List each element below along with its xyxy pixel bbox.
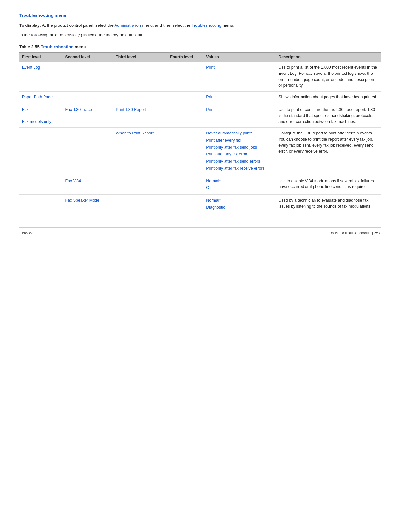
cell-description: Use to disable V.34 modulations if sever… (276, 175, 381, 195)
cell-fourth (167, 128, 204, 175)
cell-second (63, 128, 113, 175)
cell-values: Print (204, 92, 276, 104)
cell-first (19, 195, 63, 214)
cell-fourth (167, 92, 204, 104)
cell-third: When to Print Report (113, 128, 167, 175)
table-row: When to Print ReportNever automatically … (19, 128, 381, 175)
cell-third (113, 62, 167, 92)
cell-values: Print (204, 104, 276, 127)
cell-values: Print (204, 62, 276, 92)
cell-second: Fax V.34 (63, 175, 113, 195)
footer: ENWW Tools for troubleshooting 257 (19, 227, 381, 235)
cell-first (19, 128, 63, 175)
cell-second (63, 62, 113, 92)
table-header-row: First level Second level Third level Fou… (19, 52, 381, 62)
intro-colon: : At the product control panel, select t… (40, 23, 114, 28)
cell-values: Normal*Off (204, 175, 276, 195)
cell-second (63, 92, 113, 104)
intro-paragraph: To display: At the product control panel… (19, 22, 381, 29)
cell-second: Fax T.30 Trace (63, 104, 113, 127)
intro-end: menu. (221, 23, 234, 28)
table-row: FaxFax models onlyFax T.30 TracePrint T.… (19, 104, 381, 127)
cell-values: Never automatically print*Print after ev… (204, 128, 276, 175)
table-title: Table 2-55 Troubleshooting menu (19, 44, 381, 49)
cell-second: Fax Speaker Mode (63, 195, 113, 214)
footer-left: ENWW (19, 231, 33, 235)
col-header-description: Description (276, 52, 381, 62)
intro-troubleshooting-link[interactable]: Troubleshooting (192, 23, 222, 28)
cell-fourth (167, 175, 204, 195)
col-header-first: First level (19, 52, 63, 62)
section-title: Troubleshooting menu (19, 13, 381, 18)
table-row: Event LogPrintUse to print a list of the… (19, 62, 381, 92)
intro-asterisk-note: In the following table, asterisks (*) in… (19, 32, 381, 38)
cell-description: Use to print or configure the fax T.30 t… (276, 104, 381, 127)
cell-values: Normal*Diagnostic (204, 195, 276, 214)
cell-description: Shows information about pages that have … (276, 92, 381, 104)
table-row: Paper Path PagePrintShows information ab… (19, 92, 381, 104)
intro-to-display: To display (19, 23, 40, 28)
table-row: Fax Speaker ModeNormal*DiagnosticUsed by… (19, 195, 381, 214)
cell-third (113, 92, 167, 104)
table-row: Fax V.34Normal*OffUse to disable V.34 mo… (19, 175, 381, 195)
cell-third: Print T.30 Report (113, 104, 167, 127)
cell-first: Event Log (19, 62, 63, 92)
cell-description: Configure the T.30 report to print after… (276, 128, 381, 175)
col-header-third: Third level (113, 52, 167, 62)
cell-first: FaxFax models only (19, 104, 63, 127)
cell-fourth (167, 104, 204, 127)
cell-first: Paper Path Page (19, 92, 63, 104)
intro-mid: menu, and then select the (141, 23, 192, 28)
cell-third (113, 195, 167, 214)
cell-description: Use to print a list of the 1,000 most re… (276, 62, 381, 92)
col-header-second: Second level (63, 52, 113, 62)
cell-fourth (167, 62, 204, 92)
col-header-values: Values (204, 52, 276, 62)
intro-administration-link[interactable]: Administration (115, 23, 141, 28)
footer-right: Tools for troubleshooting 257 (329, 231, 381, 235)
troubleshooting-table: First level Second level Third level Fou… (19, 52, 381, 214)
cell-description: Used by a technician to evaluate and dia… (276, 195, 381, 214)
cell-fourth (167, 195, 204, 214)
cell-third (113, 175, 167, 195)
cell-first (19, 175, 63, 195)
col-header-fourth: Fourth level (167, 52, 204, 62)
